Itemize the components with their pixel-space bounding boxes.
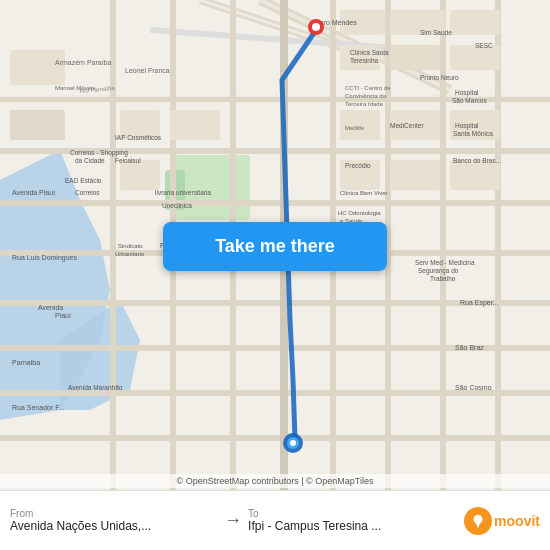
svg-rect-3 [175,155,250,220]
svg-text:São Cosmo: São Cosmo [455,384,492,391]
svg-rect-13 [0,200,550,206]
svg-text:Medlife: Medlife [345,125,365,131]
svg-text:Clínica Bem Viver: Clínica Bem Viver [340,190,388,196]
svg-text:MediCenter: MediCenter [390,122,424,129]
route-arrow-icon: → [224,510,242,531]
svg-text:Avenida: Avenida [38,304,63,311]
moovit-icon [464,507,492,535]
svg-rect-37 [390,160,440,190]
moovit-text: moovit [494,513,540,529]
svg-text:Santa Mônica: Santa Mônica [453,130,493,137]
svg-text:Correios: Correios [75,189,100,196]
svg-text:Hospital: Hospital [455,89,479,97]
moovit-logo: moovit [464,507,540,535]
svg-rect-42 [170,110,220,140]
svg-text:Parnalba: Parnalba [12,359,40,366]
svg-text:Clínica Santa: Clínica Santa [350,49,389,56]
svg-text:Avenida Maranhão: Avenida Maranhão [68,384,123,391]
svg-text:Feicalsul: Feicalsul [115,157,141,164]
svg-text:livraria universitaria: livraria universitaria [155,189,211,196]
to-value: Ifpi - Campus Teresina ... [248,519,456,533]
svg-text:Banco do Bras...: Banco do Bras... [453,157,501,164]
svg-text:Precódio: Precódio [345,162,371,169]
svg-text:São Marcos: São Marcos [452,97,487,104]
svg-text:Hospital: Hospital [455,122,479,130]
svg-text:Avenida Piauí: Avenida Piauí [12,189,55,196]
svg-text:São Braz: São Braz [455,344,484,351]
svg-text:Rua Luis Domingues: Rua Luis Domingues [12,254,77,262]
svg-text:Pronto Neuro: Pronto Neuro [420,74,459,81]
svg-text:HC Odontologia: HC Odontologia [338,210,381,216]
svg-rect-29 [450,10,500,35]
svg-text:Correios - Shopping: Correios - Shopping [70,149,128,157]
svg-text:CCTI - Centro de: CCTI - Centro de [345,85,391,91]
svg-text:Terceira Idade: Terceira Idade [345,101,384,107]
svg-rect-26 [495,0,501,490]
svg-text:EAD Estácio: EAD Estácio [65,177,102,184]
svg-text:Leonel Franca: Leonel Franca [125,67,170,74]
svg-text:Serv Med - Medicina: Serv Med - Medicina [415,259,475,266]
svg-text:Segurança do: Segurança do [418,267,459,275]
svg-text:Convivência da: Convivência da [345,93,387,99]
from-value: Avenida Nações Unidas,... [10,519,218,533]
svg-rect-19 [110,0,116,490]
svg-point-97 [290,440,296,446]
svg-text:IAP Cosméticos: IAP Cosméticos [115,134,162,141]
route-from: From Avenida Nações Unidas,... [10,508,218,533]
svg-text:Rua Senador F...: Rua Senador F... [12,404,65,411]
from-label: From [10,508,218,519]
svg-rect-18 [0,435,550,441]
svg-text:Uneclinica: Uneclinica [162,202,192,209]
map-container: Armazém Paraíba Manoel Móveis Leonel Fra… [0,0,550,490]
svg-text:SESC: SESC [475,42,493,49]
map-attribution: © OpenStreetMap contributors | © OpenMap… [0,474,550,488]
svg-text:da Cidade: da Cidade [75,157,105,164]
route-info: From Avenida Nações Unidas,... → To Ifpi… [10,508,456,533]
svg-text:Piauí: Piauí [55,312,71,319]
svg-text:Sim Saúde: Sim Saúde [420,29,452,36]
svg-rect-40 [10,110,65,140]
svg-point-94 [312,23,320,31]
bottom-bar: From Avenida Nações Unidas,... → To Ifpi… [0,490,550,550]
svg-text:Trabalho: Trabalho [430,275,456,282]
app: Armazém Paraíba Manoel Móveis Leonel Fra… [0,0,550,550]
svg-rect-43 [120,160,160,190]
svg-text:Sindicato: Sindicato [118,243,143,249]
svg-rect-38 [450,160,500,190]
svg-text:Teresinha: Teresinha [350,57,379,64]
svg-text:Armazém Paraíba: Armazém Paraíba [55,59,112,66]
svg-rect-39 [10,50,65,85]
take-me-there-button[interactable]: Take me there [163,222,387,271]
svg-rect-31 [390,45,440,70]
svg-marker-99 [475,521,480,527]
svg-text:Urbanitario: Urbanitario [115,251,145,257]
svg-text:Rua Esper...: Rua Esper... [460,299,499,307]
route-to: To Ifpi - Campus Teresina ... [248,508,456,533]
to-label: To [248,508,456,519]
